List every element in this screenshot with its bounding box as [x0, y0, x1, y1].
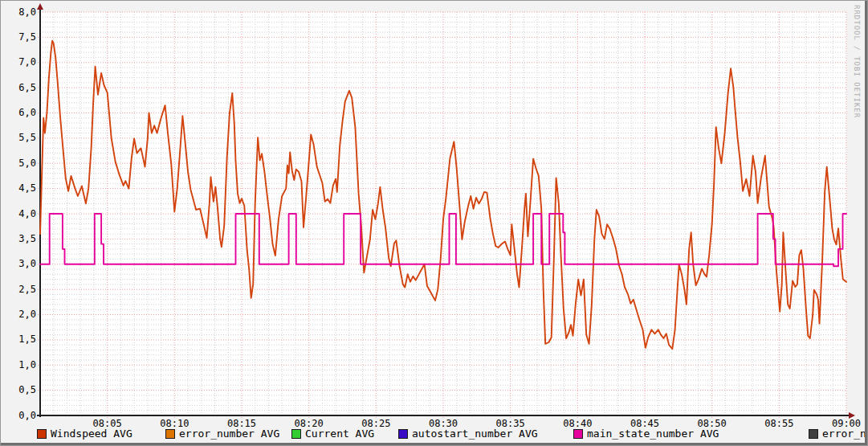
y-axis-label: 1,5 [2, 334, 36, 345]
legend-label: Current AVG [305, 428, 374, 440]
y-axis-label: 5,5 [2, 133, 36, 143]
y-axis-label: 7,5 [2, 32, 36, 43]
y-axis-label: 5,0 [2, 158, 36, 169]
x-axis-label: 08:55 [755, 419, 803, 429]
legend-label: main_state_number AVG [587, 428, 719, 440]
legend-label: error_number AVG [179, 428, 279, 440]
y-axis-label: 0,0 [2, 411, 36, 421]
legend-swatch-icon [37, 429, 47, 439]
y-axis-label: 6,0 [2, 108, 36, 118]
plot-area [1, 1, 868, 446]
y-axis-label: 3,5 [2, 234, 36, 244]
frame-bevel-bottom [1, 443, 867, 445]
watermark-text: RRDTOOL / TOBI OETIKER [853, 5, 861, 118]
y-axis-label: 7,0 [2, 57, 36, 68]
legend-swatch-icon [573, 429, 583, 439]
legend-swatch-icon [291, 429, 301, 439]
frame-bevel-right [865, 1, 867, 445]
legend-swatch-icon [809, 429, 818, 439]
y-axis-label: 4,0 [2, 209, 36, 219]
y-axis-label: 6,5 [2, 83, 36, 93]
legend-swatch-icon [165, 429, 175, 439]
legend-label: error_number AVG [822, 428, 868, 440]
y-axis-label: 2,5 [2, 284, 36, 295]
legend-label: Windspeed AVG [51, 428, 132, 440]
y-axis-label: 8,0 [2, 7, 36, 18]
legend-swatch-icon [398, 429, 408, 439]
y-axis-label: 1,0 [2, 360, 36, 370]
rrdtool-graph: 8,07,57,06,56,05,55,04,54,03,53,02,52,01… [0, 0, 868, 446]
y-axis-label: 0,5 [2, 385, 36, 395]
legend-label: autostart_number AVG [412, 428, 538, 440]
y-axis-label: 2,0 [2, 309, 36, 320]
y-axis-label: 3,0 [2, 259, 36, 269]
y-axis-label: 4,5 [2, 183, 36, 194]
